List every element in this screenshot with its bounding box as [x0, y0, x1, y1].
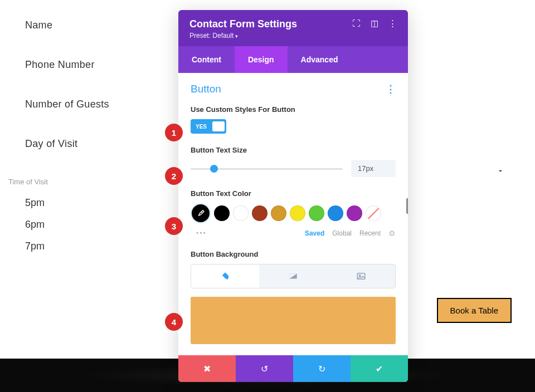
- swatch-purple[interactable]: [347, 205, 362, 221]
- panel-tabs: Content Design Advanced: [178, 46, 408, 73]
- panel-header: Contact Form Settings Preset: Default ⛶ …: [178, 10, 408, 46]
- marker-2: 2: [165, 167, 183, 185]
- text-size-input[interactable]: [351, 160, 396, 177]
- preset-dropdown[interactable]: Preset: Default: [189, 32, 297, 40]
- swatch-white[interactable]: [233, 205, 249, 221]
- panel-title: Contact Form Settings: [189, 18, 297, 30]
- marker-4: 4: [165, 313, 183, 331]
- swatch-brown[interactable]: [252, 205, 268, 221]
- custom-styles-label: Use Custom Styles For Button: [191, 105, 396, 114]
- toggle-value: YES: [192, 124, 210, 130]
- bg-type-tabs: [191, 264, 396, 288]
- dropdown-chevron-icon[interactable]: [497, 167, 504, 175]
- marker-1: 1: [165, 124, 183, 141]
- marker-3: 3: [165, 217, 183, 235]
- section-title[interactable]: Button: [191, 83, 221, 95]
- panel-body: Button ⋮ Use Custom Styles For Button YE…: [178, 73, 408, 355]
- tab-advanced[interactable]: Advanced: [288, 46, 352, 73]
- swatch-picker[interactable]: [191, 203, 211, 223]
- swatch-gold[interactable]: [271, 205, 286, 221]
- columns-icon[interactable]: ◫: [371, 18, 378, 28]
- text-size-slider[interactable]: [191, 163, 343, 174]
- text-color-label: Button Text Color: [191, 189, 396, 198]
- book-table-button[interactable]: Book a Table: [437, 298, 512, 323]
- resize-handle[interactable]: [406, 198, 408, 214]
- swatch-green[interactable]: [309, 205, 324, 221]
- bg-label: Button Background: [191, 250, 396, 258]
- tab-content[interactable]: Content: [178, 46, 235, 73]
- svg-point-2: [359, 275, 361, 276]
- bg-color-preview[interactable]: [191, 297, 396, 344]
- swatch-none[interactable]: [366, 205, 381, 221]
- more-icon[interactable]: ⋮: [388, 18, 397, 28]
- palette-tab-saved[interactable]: Saved: [305, 229, 324, 237]
- redo-button[interactable]: ↻: [293, 355, 351, 382]
- section-menu-icon[interactable]: ⋮: [386, 83, 396, 95]
- undo-button[interactable]: ↺: [236, 355, 293, 382]
- bg-tab-image[interactable]: [327, 264, 395, 288]
- confirm-button[interactable]: ✔: [351, 355, 408, 382]
- tab-design[interactable]: Design: [235, 46, 288, 73]
- text-size-label: Button Text Size: [191, 146, 396, 154]
- swatch-yellow[interactable]: [290, 205, 305, 221]
- color-swatches: [191, 203, 396, 223]
- more-colors-icon[interactable]: •••: [196, 229, 207, 237]
- palette-tab-global[interactable]: Global: [332, 229, 352, 237]
- palette-tab-recent[interactable]: Recent: [359, 229, 381, 237]
- close-button[interactable]: ✖: [178, 355, 236, 382]
- bg-tab-color[interactable]: [191, 264, 259, 288]
- swatch-black[interactable]: [214, 205, 230, 221]
- bg-tab-gradient[interactable]: [259, 264, 327, 288]
- slider-thumb[interactable]: [210, 165, 218, 173]
- settings-panel: Contact Form Settings Preset: Default ⛶ …: [178, 10, 408, 382]
- panel-footer: ✖ ↺ ↻ ✔: [178, 355, 408, 382]
- palette-settings-icon[interactable]: ⚙: [388, 229, 396, 238]
- swatch-blue[interactable]: [328, 205, 343, 221]
- custom-styles-toggle[interactable]: YES: [191, 119, 226, 134]
- toggle-knob: [212, 121, 225, 131]
- expand-icon[interactable]: ⛶: [352, 18, 361, 28]
